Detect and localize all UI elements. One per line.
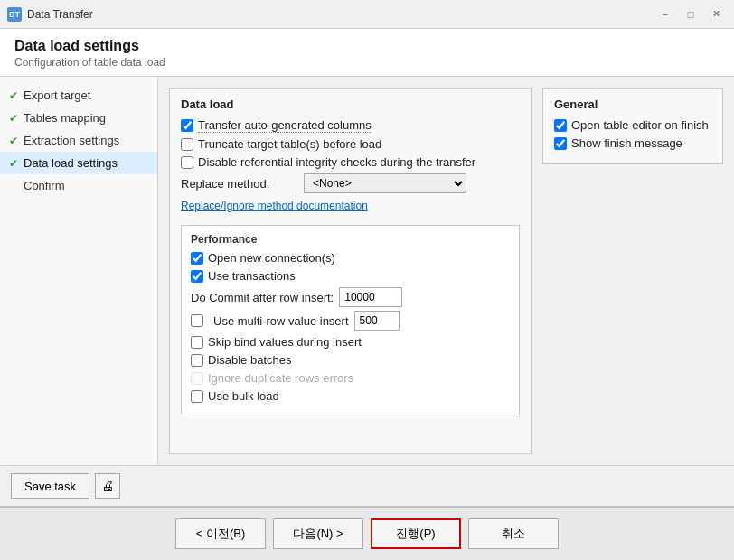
replace-method-row: Replace method: <None> [181, 173, 520, 193]
checkbox-open-table-editor[interactable]: Open table editor on finish [554, 118, 711, 132]
printer-icon: 🖨 [101, 479, 114, 493]
sidebar-item-export-target[interactable]: ✔ Export target [0, 84, 157, 107]
checkbox-bulk-load-input[interactable] [191, 390, 203, 403]
page-header: Data load settings Configuration of tabl… [0, 29, 734, 77]
checkbox-open-conn-input[interactable] [191, 252, 203, 265]
page-title: Data load settings [14, 38, 720, 54]
proceed-button[interactable]: 진행(P) [371, 518, 461, 549]
replace-method-label: Replace method: [181, 177, 298, 191]
sidebar-item-extraction-settings[interactable]: ✔ Extraction settings [0, 129, 157, 152]
commit-label: Do Commit after row insert: [191, 291, 334, 304]
next-button[interactable]: 다음(N) > [273, 518, 363, 549]
app-icon: DT [7, 7, 22, 22]
cancel-button[interactable]: 취소 [468, 518, 559, 549]
footer: < 이전(B) 다음(N) > 진행(P) 취소 [0, 506, 734, 560]
sidebar-item-data-load-settings[interactable]: ✔ Data load settings [0, 152, 157, 174]
sidebar-item-confirm[interactable]: ✔ Confirm [0, 174, 157, 197]
checkbox-use-trans-label: Use transactions [208, 269, 296, 283]
check-icon-export: ✔ [9, 89, 18, 102]
multi-row-value-input[interactable] [354, 311, 400, 331]
maximize-button[interactable]: □ [680, 4, 701, 25]
check-icon-dataload: ✔ [9, 157, 18, 170]
checkbox-use-trans-input[interactable] [191, 270, 203, 283]
checkbox-disable-batch-label: Disable batches [208, 353, 292, 367]
export-settings-button[interactable]: 🖨 [95, 473, 120, 499]
checkbox-show-finish-message[interactable]: Show finish message [554, 136, 711, 150]
checkbox-disable-ref-input[interactable] [181, 156, 193, 169]
titlebar-title: Data Transfer [27, 8, 654, 21]
checkbox-truncate[interactable]: Truncate target table(s) before load [181, 137, 520, 151]
checkbox-skip-bind-label: Skip bind values during insert [208, 335, 362, 349]
performance-title: Performance [191, 233, 510, 246]
general-section: General Open table editor on finish Show… [542, 88, 723, 454]
checkbox-open-table-label: Open table editor on finish [571, 118, 709, 132]
checkbox-multi-row-input[interactable] [191, 314, 203, 327]
titlebar-controls: − □ ✕ [654, 4, 727, 25]
replace-ignore-link[interactable]: Replace/Ignore method documentation [181, 200, 368, 212]
save-task-label: Save task [24, 480, 76, 493]
main-content: ✔ Export target ✔ Tables mapping ✔ Extra… [0, 77, 734, 465]
checkbox-transfer-auto-label: Transfer auto-generated columns [198, 118, 372, 133]
close-button[interactable]: ✕ [705, 4, 727, 25]
checkbox-truncate-label: Truncate target table(s) before load [198, 137, 381, 151]
checkbox-skip-bind-input[interactable] [191, 336, 203, 349]
content-panel: Data load Transfer auto-generated column… [158, 77, 734, 465]
checkbox-disable-referential[interactable]: Disable referential integrity checks dur… [181, 155, 520, 169]
performance-box: Performance Open new connection(s) Use t… [181, 225, 520, 415]
checkbox-transfer-auto[interactable]: Transfer auto-generated columns [181, 118, 520, 133]
checkbox-ignore-duplicate: Ignore duplicate rows errors [191, 371, 510, 385]
sidebar-item-tables-mapping[interactable]: ✔ Tables mapping [0, 107, 157, 129]
checkbox-open-new-conn[interactable]: Open new connection(s) [191, 251, 510, 265]
checkbox-show-finish-label: Show finish message [571, 136, 682, 150]
checkbox-open-table-input[interactable] [554, 119, 567, 132]
save-task-button[interactable]: Save task [11, 473, 89, 499]
commit-row: Do Commit after row insert: [191, 287, 510, 307]
data-load-section: Data load Transfer auto-generated column… [169, 88, 532, 454]
general-title: General [554, 98, 711, 111]
checkbox-open-conn-label: Open new connection(s) [208, 251, 335, 265]
checkbox-multi-row-label: Use multi-row value insert [213, 314, 349, 328]
back-button[interactable]: < 이전(B) [175, 518, 266, 549]
checkbox-ignore-dup-label: Ignore duplicate rows errors [208, 371, 353, 385]
check-icon-extraction: ✔ [9, 135, 18, 147]
checkbox-disable-batches[interactable]: Disable batches [191, 353, 510, 367]
checkbox-truncate-input[interactable] [181, 138, 193, 151]
checkbox-use-transactions[interactable]: Use transactions [191, 269, 510, 283]
replace-method-select[interactable]: <None> [304, 173, 466, 193]
sidebar: ✔ Export target ✔ Tables mapping ✔ Extra… [0, 77, 158, 465]
checkbox-disable-ref-label: Disable referential integrity checks dur… [198, 155, 475, 169]
checkbox-show-finish-input[interactable] [554, 137, 567, 150]
titlebar: DT Data Transfer − □ ✕ [0, 0, 734, 29]
page-subtitle: Configuration of table data load [14, 56, 720, 69]
checkbox-bulk-load-label: Use bulk load [208, 389, 279, 403]
minimize-button[interactable]: − [654, 4, 676, 25]
checkbox-transfer-auto-input[interactable] [181, 119, 193, 132]
check-icon-confirm: ✔ [9, 180, 18, 192]
save-area: Save task 🖨 [0, 465, 734, 506]
check-icon-tables: ✔ [9, 112, 18, 125]
checkbox-ignore-dup-input [191, 372, 203, 385]
commit-value-input[interactable] [339, 287, 402, 307]
checkbox-use-bulk[interactable]: Use bulk load [191, 389, 510, 403]
checkbox-multi-row[interactable]: Use multi-row value insert [191, 311, 510, 331]
data-load-title: Data load [181, 98, 520, 111]
checkbox-disable-batch-input[interactable] [191, 354, 203, 367]
checkbox-skip-bind[interactable]: Skip bind values during insert [191, 335, 510, 349]
